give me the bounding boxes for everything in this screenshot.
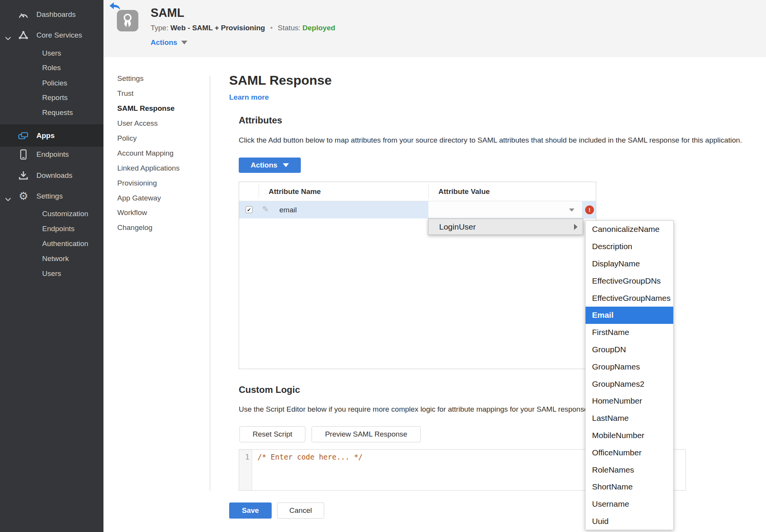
- sidebar-item-settings[interactable]: ⚙ Settings: [0, 189, 103, 204]
- app-header: SAML Type: Web - SAML + Provisioning • S…: [103, 0, 766, 57]
- submenu-item[interactable]: EffectiveGroupDNs: [586, 272, 673, 289]
- attributes-actions-button[interactable]: Actions: [239, 158, 301, 173]
- submenu-item[interactable]: RoleNames: [586, 461, 673, 478]
- subnav-item[interactable]: Linked Applications: [117, 161, 205, 176]
- chevron-down-icon: [569, 209, 574, 212]
- chevron-down-icon: [181, 41, 187, 44]
- app-meta: Type: Web - SAML + Provisioning • Status…: [151, 24, 335, 32]
- subnav-item[interactable]: Provisioning: [117, 176, 205, 190]
- cancel-button[interactable]: Cancel: [277, 502, 324, 519]
- subnav-item[interactable]: App Gateway: [117, 190, 205, 205]
- core-services-icon: [18, 30, 29, 41]
- status-label: Status:: [278, 24, 300, 32]
- sidebar-item-endpoints[interactable]: Endpoints: [0, 147, 103, 162]
- sidebar-item-settings-endpoints[interactable]: Endpoints: [0, 221, 103, 236]
- table-row[interactable]: ✔ ✎ email !: [239, 201, 596, 218]
- reset-script-button[interactable]: Reset Script: [239, 426, 305, 442]
- submenu-item[interactable]: Username: [586, 496, 673, 513]
- submenu-item[interactable]: GroupDN: [586, 341, 673, 358]
- preview-saml-response-button[interactable]: Preview SAML Response: [312, 426, 421, 442]
- chevron-down-icon: [5, 195, 11, 203]
- column-separator: [428, 184, 429, 199]
- custom-logic-heading: Custom Logic: [239, 384, 300, 395]
- subnav-item[interactable]: SAML Response: [117, 101, 205, 116]
- subnav-item[interactable]: Account Mapping: [117, 146, 205, 161]
- submenu-item[interactable]: DisplayName: [586, 255, 673, 273]
- section-title: SAML Response: [229, 73, 332, 88]
- submenu-item[interactable]: LastName: [586, 410, 673, 427]
- custom-logic-description: Use the Script Editor below if you requi…: [239, 405, 590, 414]
- sidebar-item-users[interactable]: Users: [0, 46, 103, 61]
- subnav-item[interactable]: Workflow: [117, 205, 205, 220]
- page-title: SAML: [151, 6, 184, 20]
- sidebar-item-apps[interactable]: Apps: [0, 125, 103, 146]
- sidebar-item-network[interactable]: Network: [0, 251, 103, 266]
- sidebar-item-settings-users[interactable]: Users: [0, 266, 103, 281]
- gear-icon: ⚙: [18, 190, 29, 202]
- submenu-item[interactable]: Uuid: [586, 513, 673, 530]
- submenu-item[interactable]: Description: [586, 238, 673, 255]
- sidebar-item-policies[interactable]: Policies: [0, 76, 103, 91]
- app-subnav: SettingsTrustSAML ResponseUser AccessPol…: [117, 71, 205, 235]
- mobile-icon: [18, 149, 29, 160]
- sidebar-item-reports[interactable]: Reports: [0, 90, 103, 105]
- sidebar-item-customization[interactable]: Customization: [0, 206, 103, 222]
- chevron-down-icon: [5, 34, 11, 42]
- type-label: Type:: [151, 24, 168, 32]
- submenu-item[interactable]: OfficeNumber: [586, 444, 673, 461]
- submenu-item[interactable]: MobileNumber: [586, 427, 673, 444]
- attributes-description: Click the Add button below to map attrib…: [239, 136, 742, 144]
- edit-pencil-icon[interactable]: ✎: [262, 205, 269, 214]
- chevron-down-icon: [283, 163, 289, 167]
- attributes-heading: Attributes: [239, 115, 282, 126]
- submenu-item[interactable]: EffectiveGroupNames: [586, 289, 673, 307]
- sidebar-item-roles[interactable]: Roles: [0, 60, 103, 76]
- download-icon: [18, 170, 29, 181]
- sidebar: Dashboards Core Services Users Roles Pol…: [0, 0, 103, 532]
- submenu-item[interactable]: HomeNumber: [586, 392, 673, 410]
- subnav-item[interactable]: Changelog: [117, 220, 205, 235]
- type-value: Web - SAML + Provisioning: [171, 24, 265, 32]
- row-checkbox[interactable]: ✔: [246, 206, 253, 213]
- sidebar-item-dashboards[interactable]: Dashboards: [0, 7, 103, 22]
- app-root: Dashboards Core Services Users Roles Pol…: [0, 0, 766, 532]
- submenu-item[interactable]: FirstName: [586, 324, 673, 341]
- apps-icon: [18, 130, 29, 141]
- value-menu-loginuser[interactable]: LoginUser: [428, 218, 583, 235]
- editor-line-number: 1: [239, 450, 252, 490]
- error-icon: !: [585, 205, 594, 214]
- attribute-name-cell: email: [279, 201, 297, 218]
- submenu-item[interactable]: CanonicalizeName: [586, 221, 673, 238]
- editor-code[interactable]: /* Enter code here... */: [252, 450, 363, 490]
- vertical-divider: [210, 76, 210, 491]
- sidebar-item-requests[interactable]: Requests: [0, 105, 103, 120]
- subnav-item[interactable]: User Access: [117, 116, 205, 131]
- column-header-attribute-name: Attribute Name: [269, 182, 321, 201]
- sidebar-item-downloads[interactable]: Downloads: [0, 168, 103, 183]
- submenu-item[interactable]: GroupNames2: [586, 375, 673, 392]
- subnav-item[interactable]: Settings: [117, 71, 205, 86]
- save-button[interactable]: Save: [229, 502, 272, 519]
- status-badge: Deployed: [302, 24, 335, 32]
- saml-app-icon: [117, 10, 138, 31]
- attributes-table: Attribute Name Attribute Value ✔ ✎ email…: [239, 182, 596, 369]
- attribute-value-select[interactable]: [428, 201, 582, 218]
- submenu-arrow-icon: [574, 224, 577, 230]
- subnav-item[interactable]: Trust: [117, 86, 205, 101]
- sidebar-item-authentication[interactable]: Authentication: [0, 236, 103, 251]
- column-separator: [259, 184, 259, 199]
- sidebar-item-core-services[interactable]: Core Services: [0, 28, 103, 43]
- submenu-item[interactable]: GroupNames: [586, 358, 673, 375]
- gauge-icon: [18, 9, 29, 20]
- subnav-item[interactable]: Policy: [117, 131, 205, 146]
- attribute-value-submenu: CanonicalizeNameDescriptionDisplayNameEf…: [585, 220, 674, 530]
- table-header: Attribute Name Attribute Value: [239, 182, 596, 201]
- column-header-attribute-value: Attribute Value: [438, 182, 490, 201]
- learn-more-link[interactable]: Learn more: [229, 93, 269, 102]
- submenu-item[interactable]: Email: [586, 307, 673, 324]
- meta-separator: •: [270, 24, 273, 32]
- submenu-item[interactable]: ShortName: [586, 478, 673, 496]
- header-actions-menu[interactable]: Actions: [151, 38, 187, 47]
